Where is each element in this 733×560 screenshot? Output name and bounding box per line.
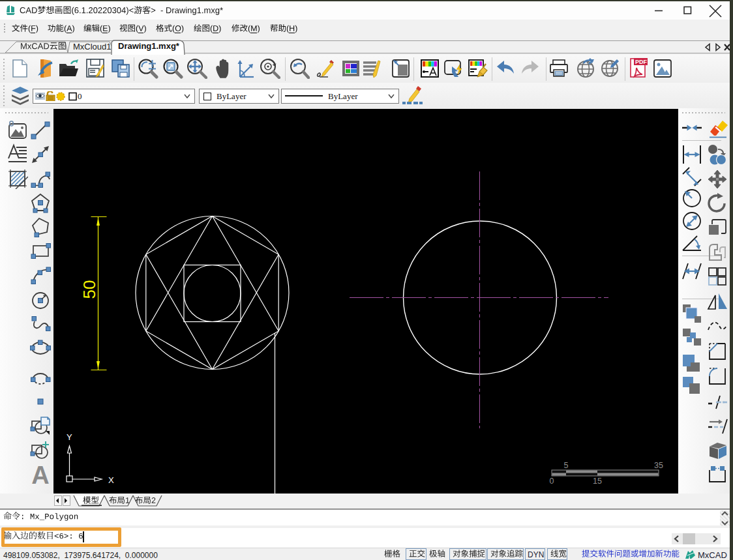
svg-text:50: 50 — [80, 280, 99, 299]
svg-text:35: 35 — [654, 461, 663, 470]
svg-text:X: X — [108, 475, 114, 485]
svg-text:Y: Y — [67, 432, 72, 442]
svg-text:0: 0 — [550, 477, 554, 486]
svg-text:PDF: PDF — [635, 59, 648, 65]
svg-text:5: 5 — [564, 461, 569, 470]
svg-text:15: 15 — [593, 477, 602, 486]
